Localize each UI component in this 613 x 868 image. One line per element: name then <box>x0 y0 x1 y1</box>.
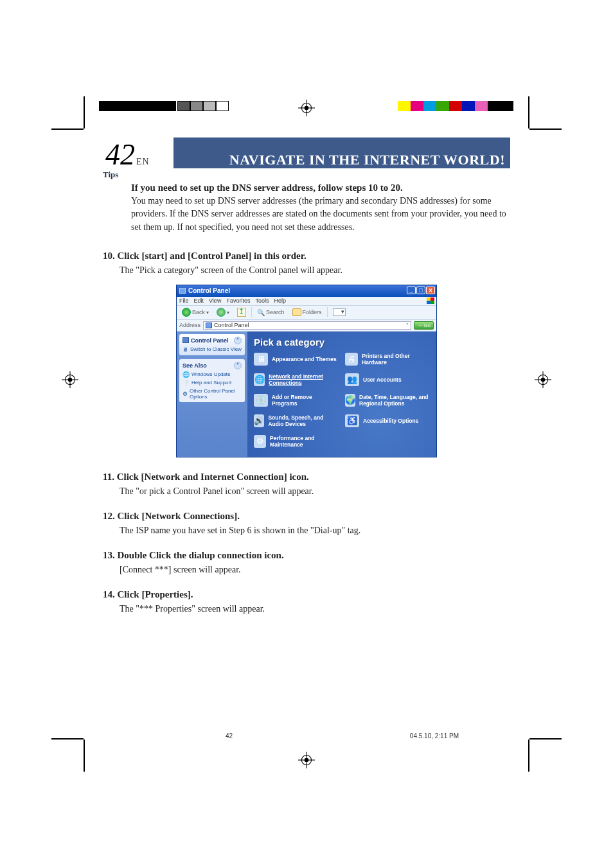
category-appearance-themes[interactable]: 🖥Appearance and Themes <box>254 353 339 366</box>
step-10-heading: 10. Click [start] and [Control Panel] in… <box>103 251 510 261</box>
see-also-label: Windows Update <box>191 371 230 377</box>
crop-mark <box>529 738 562 740</box>
registration-mark-icon <box>62 371 78 388</box>
search-icon <box>257 309 265 316</box>
chevron-up-icon[interactable]: ˄ <box>234 337 242 344</box>
step-14-heading: 14. Click [Properties]. <box>103 589 510 600</box>
language-tag: EN <box>136 157 150 167</box>
category-accessibility[interactable]: ♿Accessibility Options <box>345 414 430 427</box>
switch-classic-view-link[interactable]: 🖥 Switch to Classic View <box>182 346 242 353</box>
colorbar-right <box>398 101 513 111</box>
close-button[interactable]: X <box>426 287 435 294</box>
category-add-remove[interactable]: 💿Add or Remove Programs <box>254 394 339 407</box>
crop-mark <box>51 128 84 130</box>
registration-mark-icon <box>535 371 551 388</box>
step-12-heading: 12. Click [Network Connections]. <box>103 511 510 522</box>
globe-clock-icon: 🌍 <box>345 394 355 407</box>
step-11-body: The "or pick a Control Panel icon" scree… <box>120 486 510 497</box>
category-printers[interactable]: 🖨Printers and Other Hardware <box>345 353 430 366</box>
address-label: Address <box>179 322 200 328</box>
menu-tools[interactable]: Tools <box>255 297 269 304</box>
category-date-time[interactable]: 🌍Date, Time, Language, and Regional Opti… <box>345 394 430 407</box>
intro-body: You may need to set up DNS server addres… <box>131 195 510 234</box>
users-icon: 👥 <box>345 373 359 386</box>
views-icon <box>333 308 346 316</box>
footer-page-number: 42 <box>226 732 233 740</box>
printers-icon: 🖨 <box>345 353 358 366</box>
see-also-windows-update[interactable]: 🌐Windows Update <box>182 371 242 378</box>
crop-mark <box>528 96 529 128</box>
pick-category-heading: Pick a category <box>254 337 430 348</box>
category-performance[interactable]: ⚙Performance and Maintenance <box>254 435 339 448</box>
menu-view[interactable]: View <box>209 297 221 304</box>
page-number: 42 <box>103 137 135 172</box>
category-label: Appearance and Themes <box>272 356 337 362</box>
maximize-button[interactable]: □ <box>416 287 425 294</box>
back-label: Back <box>192 309 205 315</box>
category-label: Printers and Other Hardware <box>362 353 430 366</box>
sounds-icon: 🔊 <box>254 414 264 427</box>
category-user-accounts[interactable]: 👥User Accounts <box>345 373 430 386</box>
search-label: Search <box>266 309 285 315</box>
address-value: Control Panel <box>214 322 406 328</box>
back-icon <box>182 308 191 317</box>
crop-mark <box>529 128 562 130</box>
category-label: Accessibility Options <box>363 418 418 424</box>
gear-icon: ⚙ <box>182 391 188 397</box>
address-field[interactable]: Control Panel ˅ <box>203 321 411 330</box>
up-button[interactable] <box>235 308 249 317</box>
up-icon <box>237 308 246 317</box>
back-button[interactable]: Back▾ <box>179 308 211 317</box>
switch-view-icon: 🖥 <box>182 346 188 353</box>
see-also-other-options[interactable]: ⚙Other Control Panel Options <box>182 388 242 400</box>
performance-icon: ⚙ <box>254 435 266 448</box>
step-13-body: [Connect ***] screen will appear. <box>120 565 510 575</box>
control-panel-titlebar: Control Panel _ □ X <box>177 285 436 297</box>
category-label: Performance and Maintenance <box>270 435 339 448</box>
menu-edit[interactable]: Edit <box>194 297 204 304</box>
see-also-help-support[interactable]: ❔Help and Support <box>182 380 242 386</box>
menu-help[interactable]: Help <box>274 297 286 304</box>
tips-label: Tips <box>103 170 510 180</box>
go-button[interactable]: →Go <box>414 321 434 330</box>
category-sounds[interactable]: 🔊Sounds, Speech, and Audio Devices <box>254 414 339 427</box>
page-title: NAVIGATE IN THE INTERNET WORLD! <box>150 144 510 168</box>
intro-bold: If you need to set up the DNS server add… <box>131 182 510 193</box>
folders-icon <box>292 308 301 316</box>
address-icon <box>206 323 212 328</box>
accessibility-icon: ♿ <box>345 414 359 427</box>
control-panel-window: Control Panel _ □ X File Edit View Favor… <box>176 285 437 457</box>
minimize-button[interactable]: _ <box>407 287 416 294</box>
category-label: Sounds, Speech, and Audio Devices <box>268 414 339 427</box>
step-12-body: The ISP name you have set in Step 6 is s… <box>120 526 510 536</box>
windows-flag-icon <box>427 297 434 304</box>
appearance-icon: 🖥 <box>254 353 268 366</box>
category-network-internet[interactable]: 🌐Network and Internet Connections <box>254 373 339 386</box>
folders-label: Folders <box>303 309 322 315</box>
menu-bar: File Edit View Favorites Tools Help <box>177 297 436 306</box>
crop-mark <box>84 740 85 772</box>
menu-file[interactable]: File <box>179 297 189 304</box>
see-also-label: Help and Support <box>191 380 231 385</box>
go-label: Go <box>423 323 431 328</box>
category-label: Add or Remove Programs <box>272 394 339 407</box>
views-button[interactable] <box>330 308 348 316</box>
toolbar: Back▾ ▾ Search Folders <box>177 306 436 320</box>
forward-icon <box>217 308 226 317</box>
address-dropdown-icon[interactable]: ˅ <box>406 323 409 328</box>
control-panel-main: Pick a category 🖥Appearance and Themes 🌐… <box>247 332 436 457</box>
chevron-up-icon[interactable]: ˄ <box>234 362 242 369</box>
folders-button[interactable]: Folders <box>290 308 324 316</box>
category-label: Date, Time, Language, and Regional Optio… <box>359 394 430 407</box>
registration-mark-icon <box>298 752 315 768</box>
registration-mark-icon <box>298 100 315 116</box>
page-header: 42 EN NAVIGATE IN THE INTERNET WORLD! <box>103 137 510 168</box>
forward-button[interactable]: ▾ <box>214 308 232 317</box>
search-button[interactable]: Search <box>254 309 287 316</box>
network-icon: 🌐 <box>254 373 265 386</box>
see-also-title: See Also <box>182 362 207 369</box>
sidepanel-title: Control Panel <box>191 337 229 344</box>
menu-favorites[interactable]: Favorites <box>226 297 250 304</box>
address-bar: Address Control Panel ˅ →Go <box>177 320 436 332</box>
crop-mark <box>84 96 85 128</box>
